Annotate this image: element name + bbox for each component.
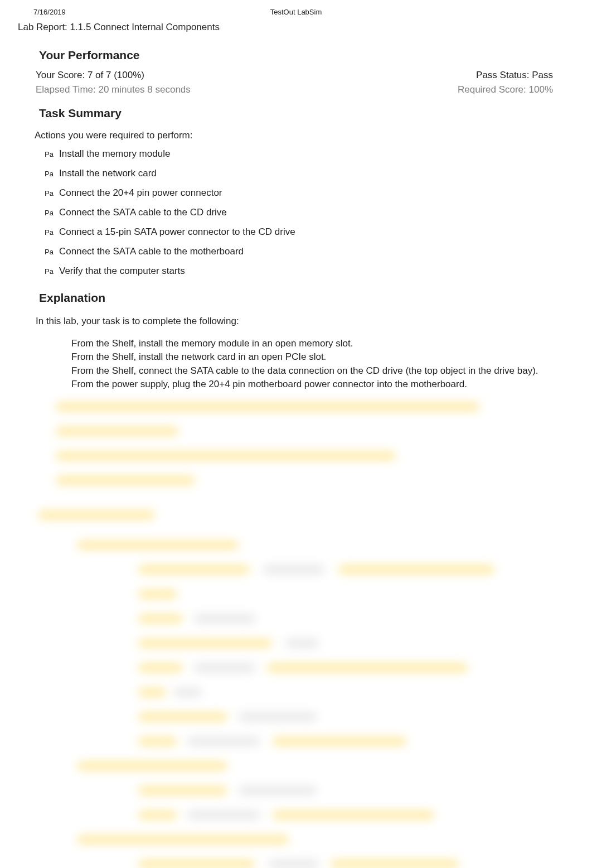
performance-score-row: Your Score: 7 of 7 (100%) Pass Status: P… — [16, 67, 576, 82]
actions-required-label: Actions you were required to perform: — [16, 126, 576, 143]
task-summary-heading: Task Summary — [16, 97, 576, 126]
pass-icon: Pa — [45, 189, 54, 199]
obscured-content — [16, 397, 576, 868]
performance-heading: Your Performance — [16, 38, 576, 67]
task-item: Pa Verify that the computer starts — [45, 262, 576, 281]
task-item: Pa Install the memory module — [45, 144, 576, 164]
task-text: Install the memory module — [59, 148, 170, 159]
required-score: Required Score: 100% — [458, 84, 553, 95]
your-score: Your Score: 7 of 7 (100%) — [36, 70, 144, 81]
explanation-intro: In this lab, your task is to complete th… — [16, 310, 576, 335]
elapsed-time: Elapsed Time: 20 minutes 8 seconds — [36, 84, 191, 95]
explanation-bullet: From the Shelf, install the network card… — [56, 350, 543, 364]
explanation-bullet: From the power supply, plug the 20+4 pin… — [56, 378, 543, 392]
task-text: Verify that the computer starts — [59, 266, 185, 276]
print-header: 7/16/2019 TestOut LabSim — [0, 0, 592, 22]
header-app-title: TestOut LabSim — [270, 8, 322, 16]
explanation-bullet: From the Shelf, install the memory modul… — [56, 337, 543, 351]
task-item: Pa Connect the SATA cable to the CD driv… — [45, 203, 576, 223]
pass-icon: Pa — [45, 150, 54, 160]
pass-status: Pass Status: Pass — [476, 70, 553, 81]
report-card: Your Performance Your Score: 7 of 7 (100… — [16, 38, 576, 868]
performance-time-row: Elapsed Time: 20 minutes 8 seconds Requi… — [16, 82, 576, 97]
task-item: Pa Connect the 20+4 pin power connector — [45, 184, 576, 203]
pass-icon: Pa — [45, 267, 54, 277]
pass-icon: Pa — [45, 169, 54, 179]
task-item: Pa Connect a 15-pin SATA power connector… — [45, 223, 576, 242]
explanation-heading: Explanation — [16, 281, 576, 310]
task-text: Connect the 20+4 pin power connector — [59, 187, 222, 198]
task-list: Pa Install the memory module Pa Install … — [16, 143, 576, 281]
pass-icon: Pa — [45, 208, 54, 218]
explanation-bullet: From the Shelf, connect the SATA cable t… — [56, 364, 543, 378]
task-item: Pa Install the network card — [45, 164, 576, 184]
lab-report-title: Lab Report: 1.1.5 Connect Internal Compo… — [0, 22, 592, 37]
task-item: Pa Connect the SATA cable to the motherb… — [45, 242, 576, 262]
pass-icon: Pa — [45, 247, 54, 257]
header-date: 7/16/2019 — [33, 8, 66, 16]
explanation-bullets: From the Shelf, install the memory modul… — [16, 335, 576, 392]
pass-icon: Pa — [45, 228, 54, 238]
task-text: Connect a 15-pin SATA power connector to… — [59, 226, 295, 237]
task-text: Install the network card — [59, 168, 157, 179]
task-text: Connect the SATA cable to the motherboar… — [59, 246, 244, 257]
task-text: Connect the SATA cable to the CD drive — [59, 207, 227, 218]
